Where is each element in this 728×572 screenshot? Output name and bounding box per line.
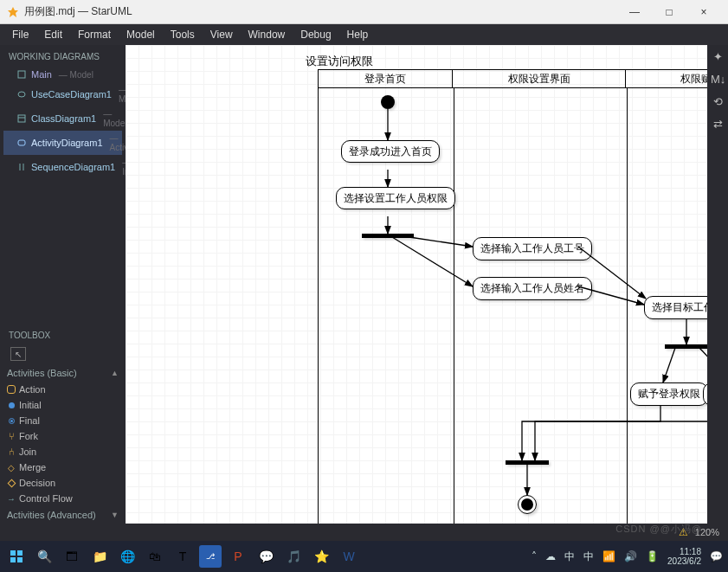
toolbox-cat-basic[interactable]: Activities (Basic) ▲ <box>0 364 126 382</box>
diagram-icon <box>17 70 26 79</box>
tool-decision[interactable]: Decision <box>0 475 126 491</box>
lane-header-1[interactable]: 权限设置界面 <box>453 70 625 87</box>
action-input-staff-id[interactable]: 选择输入工作人员工号 <box>473 237 592 260</box>
final-node[interactable] <box>518 495 537 514</box>
share-icon[interactable]: ⟲ <box>711 95 725 109</box>
word-icon[interactable]: W <box>338 545 360 568</box>
ime-indicator[interactable]: 中 <box>564 550 575 564</box>
edge-icon[interactable]: 🌐 <box>116 545 139 568</box>
tree-item-main[interactable]: Main — Model <box>3 67 122 82</box>
app-icon-2[interactable]: 🎵 <box>282 545 305 568</box>
os-taskbar: 🔍 🗔 📁 🌐 🛍 T ⎇ P 💬 🎵 ⭐ W ˄ ☁ 中 中 📶 🔊 🔋 11… <box>0 541 728 572</box>
task-view-icon[interactable]: 🗔 <box>61 545 83 568</box>
svg-rect-22 <box>17 557 23 562</box>
staruml-icon[interactable]: ⭐ <box>310 545 332 568</box>
working-diagrams-tree: Main — Model UseCaseDiagram1 — Model1 Cl… <box>0 67 126 179</box>
tray-onedrive-icon[interactable]: ☁ <box>545 550 556 562</box>
close-button[interactable]: × <box>686 2 721 22</box>
menu-window[interactable]: Window <box>242 26 293 43</box>
toolbox-title: TOOLBOX <box>0 324 126 344</box>
diagram-icon <box>17 163 26 171</box>
fork-bar-2[interactable] <box>665 344 707 349</box>
svg-rect-21 <box>10 557 16 562</box>
app-icon-1[interactable]: ⎇ <box>199 545 222 568</box>
menu-file[interactable]: File <box>5 26 35 43</box>
search-icon[interactable]: 🔍 <box>33 545 55 568</box>
menubar: File Edit Format Model Tools View Window… <box>0 24 728 45</box>
tool-join[interactable]: ⑃Join <box>0 444 126 460</box>
tree-item-activity[interactable]: ActivityDiagram1 — Activity1 <box>3 131 122 155</box>
diagram-icon <box>17 114 26 123</box>
action-select-set-staff-perm[interactable]: 选择设置工作人员权限 <box>336 187 455 209</box>
menu-help[interactable]: Help <box>340 26 376 43</box>
store-icon[interactable]: 🛍 <box>144 545 166 568</box>
action-grant-login-perm[interactable]: 赋予登录权限 <box>630 382 707 406</box>
wifi-icon[interactable]: 📶 <box>602 550 615 562</box>
svg-line-16 <box>663 348 675 382</box>
chevron-up-icon: ▲ <box>111 369 119 377</box>
toolbox-cat-advanced[interactable]: Activities (Advanced) ▼ <box>0 506 126 524</box>
action-input-staff-name[interactable]: 选择输入工作人员姓名 <box>473 277 592 300</box>
maximize-button[interactable]: □ <box>652 2 686 22</box>
lane-header-0[interactable]: 登录首页 <box>319 70 453 87</box>
tool-fork[interactable]: ⑂Fork <box>0 428 126 444</box>
menu-format[interactable]: Format <box>71 26 118 43</box>
action-select-target-staff[interactable]: 选择目标工作人员 <box>644 296 707 319</box>
right-toolbar: ✦ M↓ ⟲ ⇄ <box>707 45 728 541</box>
tree-item-usecase[interactable]: UseCaseDiagram1 — Model1 <box>3 82 122 106</box>
swimlane-frame[interactable]: 登录首页 权限设置界面 权限赋予窗口 登录成功进入首页 选择设置工作人员权限 选… <box>318 69 707 539</box>
diagram-icon <box>17 90 26 99</box>
svg-rect-20 <box>17 550 23 556</box>
svg-line-11 <box>409 237 473 247</box>
explorer-icon[interactable]: 📁 <box>88 545 111 568</box>
menu-model[interactable]: Model <box>119 26 162 43</box>
svg-rect-3 <box>18 115 25 122</box>
lang-indicator[interactable]: 中 <box>583 550 594 564</box>
diagram-title: 设置访问权限 <box>306 54 373 69</box>
menu-debug[interactable]: Debug <box>293 26 338 43</box>
diagram-canvas[interactable]: 设置访问权限 登录首页 权限设置界面 权限赋予窗口 登录成功进入首页 选择设置工… <box>126 45 707 541</box>
tool-final[interactable]: Final <box>0 413 126 428</box>
join-bar-3[interactable] <box>506 460 549 465</box>
markdown-icon[interactable]: M↓ <box>711 73 725 87</box>
fork-bar-1[interactable] <box>362 234 414 238</box>
svg-marker-0 <box>8 7 18 17</box>
working-diagrams-title: WORKING DIAGRAMS <box>0 45 126 67</box>
svg-rect-1 <box>18 71 25 78</box>
svg-rect-5 <box>18 140 25 145</box>
svg-line-12 <box>392 237 473 286</box>
terminal-icon[interactable]: T <box>171 545 194 568</box>
toolbox-basic-list: Action Initial Final ⑂Fork ⑃Join ◇Merge … <box>0 382 126 506</box>
tree-item-class[interactable]: ClassDiagram1 — Model2 <box>3 106 122 131</box>
titlebar: 用例图.mdj — StarUML — □ × <box>0 0 728 24</box>
volume-icon[interactable]: 🔊 <box>624 550 637 562</box>
notification-icon[interactable]: 💬 <box>710 550 723 562</box>
tool-merge[interactable]: ◇Merge <box>0 460 126 475</box>
action-login-success[interactable]: 登录成功进入首页 <box>341 140 440 163</box>
window-title: 用例图.mdj — StarUML <box>24 4 617 19</box>
lane-header-2[interactable]: 权限赋予窗口 <box>626 70 707 87</box>
tray-chevron-icon[interactable]: ˄ <box>532 550 537 562</box>
watermark: CSDN @@小冯@ <box>615 523 702 536</box>
menu-edit[interactable]: Edit <box>37 26 69 43</box>
diagram-icon <box>17 138 26 147</box>
extension-icon[interactable]: ✦ <box>711 50 725 64</box>
taskbar-clock[interactable]: 11:18 2023/6/2 <box>667 547 701 566</box>
tool-initial[interactable]: Initial <box>0 397 126 413</box>
link-icon[interactable]: ⇄ <box>711 118 725 132</box>
app-icon <box>7 6 19 18</box>
menu-tools[interactable]: Tools <box>164 26 202 43</box>
initial-node[interactable] <box>381 95 395 109</box>
tool-action[interactable]: Action <box>0 382 126 397</box>
tree-item-sequence[interactable]: SequenceDiagram1 — Interac <box>3 155 122 179</box>
svg-line-17 <box>699 348 707 382</box>
sidebar: WORKING DIAGRAMS Main — Model UseCaseDia… <box>0 45 126 541</box>
wechat-icon[interactable]: 💬 <box>254 545 277 568</box>
minimize-button[interactable]: — <box>617 2 652 22</box>
powerpoint-icon[interactable]: P <box>227 545 249 568</box>
battery-icon[interactable]: 🔋 <box>646 550 659 562</box>
menu-view[interactable]: View <box>203 26 240 43</box>
tool-control-flow[interactable]: →Control Flow <box>0 491 126 506</box>
start-button[interactable] <box>5 545 28 568</box>
selection-tool[interactable]: ↖ <box>10 347 26 361</box>
